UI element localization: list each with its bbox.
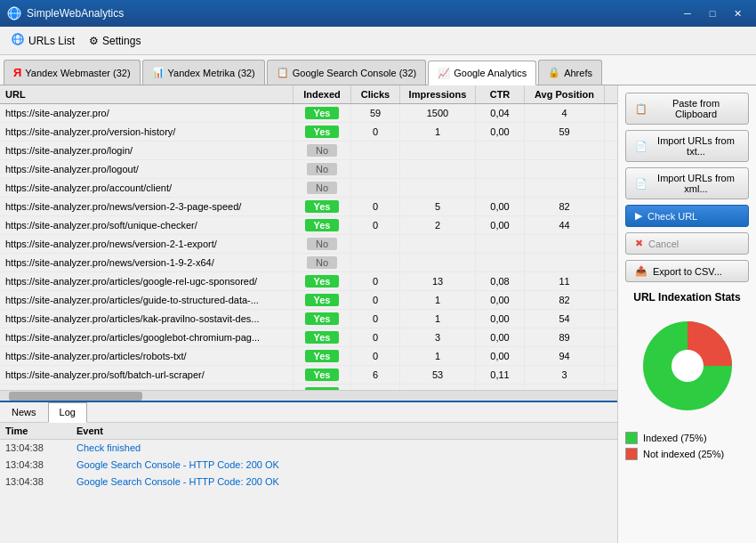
table-row[interactable]: https://site-analyzer.pro/soft/batch-url… <box>0 366 617 385</box>
log-tab-log[interactable]: Log <box>48 402 87 423</box>
cell-impressions: 53 <box>400 366 476 384</box>
table-row[interactable]: https://site-analyzer.pro/articles/googl… <box>0 328 617 347</box>
legend-not-indexed-label: Not indexed (25%) <box>643 449 724 459</box>
cell-clicks: 0 <box>351 291 400 309</box>
table-row[interactable]: https://site-analyzer.pro/version-histor… <box>0 123 617 142</box>
tab-google-search-console[interactable]: 📋 Google Search Console (32) <box>267 60 426 85</box>
col-header-avgpos: Avg Position <box>525 85 605 103</box>
table-row[interactable]: https://site-analyzer.pro/articles/robot… <box>0 347 617 366</box>
horizontal-scrollbar[interactable] <box>0 390 617 401</box>
badge-yes: Yes <box>305 331 340 344</box>
cell-url: https://site-analyzer.pro/news/version-2… <box>0 198 294 215</box>
cell-impressions: 5 <box>400 198 476 215</box>
table-row[interactable]: https://site-analyzer.pro/logout/ No <box>0 160 617 179</box>
left-panel: URL Indexed Clicks Impressions CTR Avg P… <box>0 85 618 543</box>
badge-no: No <box>307 256 337 269</box>
badge-yes: Yes <box>305 107 340 119</box>
legend-indexed: Indexed (75%) <box>625 432 749 444</box>
cell-ctr: 0,11 <box>476 366 525 384</box>
table-row[interactable]: https://site-analyzer.pro/news/version-2… <box>0 235 617 254</box>
badge-yes: Yes <box>305 200 340 213</box>
cell-clicks: 0 <box>351 123 400 141</box>
cell-impressions: 10 <box>400 385 476 390</box>
cell-avgpos: 82 <box>525 198 605 215</box>
paste-from-clipboard-button[interactable]: 📋 Paste from Clipboard <box>625 93 749 125</box>
table-row[interactable]: https://site-analyzer.pro/articles/kak-p… <box>0 310 617 328</box>
table-row[interactable]: https://site-analyzer.pro/articles/googl… <box>0 272 617 291</box>
tab-ahrefs-label: Ahrefs <box>564 68 592 78</box>
table-row[interactable]: https://site-analyzer.pro/ Yes 59 1500 0… <box>0 104 617 123</box>
table-row[interactable]: https://site-analyzer.pro/soft/unique-ch… <box>0 216 617 235</box>
table-row[interactable]: https://site-analyzer.pro/news/version-1… <box>0 254 617 272</box>
cell-url: https://site-analyzer.pro/soft/unique-ch… <box>0 216 294 234</box>
log-tab-news[interactable]: News <box>0 402 48 422</box>
table-area: URL Indexed Clicks Impressions CTR Avg P… <box>0 85 617 390</box>
cell-indexed: Yes <box>294 366 351 384</box>
cell-ctr: 0,00 <box>476 216 525 234</box>
table-row[interactable]: https://site-analyzer.pro/articles/thirt… <box>0 385 617 390</box>
cell-clicks: 6 <box>351 366 400 384</box>
import-xml-button[interactable]: 📄 Import URLs from xml... <box>625 167 749 199</box>
cell-ctr <box>476 160 525 178</box>
cell-ctr: 0,00 <box>476 291 525 309</box>
cell-avgpos: 89 <box>525 328 605 346</box>
cancel-icon: ✖ <box>635 238 643 249</box>
log-body[interactable]: 13:04:38 Check finished 13:04:38 Google … <box>0 440 617 543</box>
ahrefs-icon: 🔒 <box>548 67 560 78</box>
badge-yes: Yes <box>305 126 340 138</box>
table-row[interactable]: https://site-analyzer.pro/articles/guide… <box>0 291 617 310</box>
menu-settings-label: Settings <box>102 35 141 47</box>
cell-indexed: No <box>294 160 351 178</box>
table-row[interactable]: https://site-analyzer.pro/account/client… <box>0 179 617 198</box>
table-row[interactable]: https://site-analyzer.pro/login/ No <box>0 142 617 160</box>
import-txt-button[interactable]: 📄 Import URLs from txt... <box>625 130 749 162</box>
cell-indexed: Yes <box>294 328 351 346</box>
badge-yes: Yes <box>305 350 340 362</box>
cell-indexed: Yes <box>294 104 351 122</box>
table-body[interactable]: https://site-analyzer.pro/ Yes 59 1500 0… <box>0 104 617 390</box>
cell-avgpos <box>525 160 605 178</box>
menu-urls-list[interactable]: URLs List <box>4 28 82 53</box>
tab-google-analytics[interactable]: 📈 Google Analytics <box>428 61 536 85</box>
log-content: Time Event 13:04:38 Check finished 13:04… <box>0 423 617 543</box>
cell-clicks <box>351 235 400 253</box>
cell-impressions <box>400 235 476 253</box>
log-row[interactable]: 13:04:38 Google Search Console - HTTP Co… <box>0 457 617 474</box>
export-icon: 📤 <box>635 265 647 277</box>
cell-clicks: 0 <box>351 310 400 328</box>
cell-avgpos: 44 <box>525 216 605 234</box>
menu-bar: URLs List ⚙ Settings <box>0 27 756 55</box>
cell-url: https://site-analyzer.pro/articles/robot… <box>0 347 294 365</box>
cell-ctr: 0,00 <box>476 385 525 390</box>
cancel-button[interactable]: ✖ Cancel <box>625 232 749 255</box>
cell-avgpos <box>525 142 605 159</box>
cell-impressions <box>400 160 476 178</box>
minimize-button[interactable]: ─ <box>676 4 699 22</box>
tab-yandex-webmaster[interactable]: Я Yandex Webmaster (32) <box>4 60 141 85</box>
log-row[interactable]: 13:04:38 Google Search Console - HTTP Co… <box>0 474 617 490</box>
cell-impressions: 1 <box>400 347 476 365</box>
tab-yandex-metrika-label: Yandex Metrika (32) <box>168 68 255 78</box>
clipboard-icon: 📋 <box>635 103 647 115</box>
menu-settings[interactable]: ⚙ Settings <box>82 31 148 51</box>
cell-indexed: No <box>294 142 351 159</box>
cell-indexed: Yes <box>294 347 351 365</box>
cell-avgpos: 82 <box>525 291 605 309</box>
cell-url: https://site-analyzer.pro/version-histor… <box>0 123 294 141</box>
export-csv-button[interactable]: 📤 Export to CSV... <box>625 260 749 282</box>
tab-ahrefs[interactable]: 🔒 Ahrefs <box>538 60 602 85</box>
log-row[interactable]: 13:04:38 Check finished <box>0 440 617 457</box>
tab-yandex-metrika[interactable]: 📊 Yandex Metrika (32) <box>142 60 265 85</box>
window-controls: ─ □ ✕ <box>676 4 749 22</box>
table-row[interactable]: https://site-analyzer.pro/news/version-2… <box>0 198 617 216</box>
cell-impressions <box>400 179 476 197</box>
close-button[interactable]: ✕ <box>726 4 749 22</box>
scroll-thumb[interactable] <box>9 392 142 401</box>
maximize-button[interactable]: □ <box>701 4 724 22</box>
cell-ctr: 0,00 <box>476 198 525 215</box>
cell-indexed: No <box>294 254 351 272</box>
col-header-ctr: CTR <box>476 85 525 103</box>
cell-clicks: 0 <box>351 347 400 365</box>
check-url-button[interactable]: ▶ Check URL <box>625 205 749 227</box>
svg-point-7 <box>672 350 704 382</box>
